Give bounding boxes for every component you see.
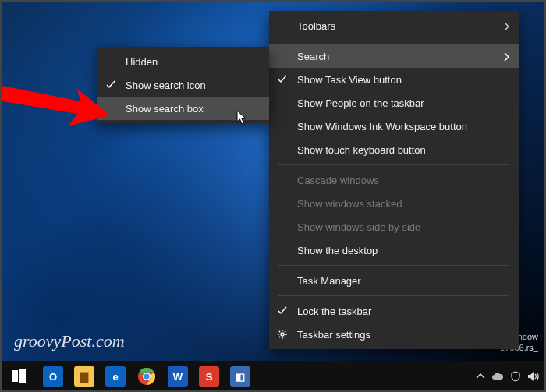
menu-label: Search [297, 51, 329, 62]
submenu-item-hidden[interactable]: Hidden [98, 50, 269, 73]
menu-item-task-manager[interactable]: Task Manager [269, 269, 519, 292]
start-button[interactable] [0, 361, 37, 392]
taskbar-app-explorer[interactable]: ▇ [69, 361, 100, 392]
check-icon [277, 74, 288, 85]
annotation-arrow [2, 78, 112, 140]
menu-item-cascade: Cascade windows [269, 168, 519, 192]
menu-item-taskbar-settings[interactable]: Taskbar settings [269, 323, 519, 346]
tray-defender-icon[interactable] [510, 371, 521, 382]
menu-separator [278, 164, 509, 165]
menu-label: Show People on the taskbar [297, 97, 424, 109]
menu-label: Show the desktop [297, 245, 378, 256]
chevron-right-icon [503, 52, 509, 62]
menu-label: Show search icon [126, 79, 206, 91]
menu-item-side-by-side: Show windows side by side [269, 215, 519, 238]
menu-item-stacked: Show windows stacked [269, 192, 519, 215]
menu-item-show-people[interactable]: Show People on the taskbar [269, 91, 519, 115]
menu-label: Lock the taskbar [297, 305, 371, 317]
menu-item-show-touch-keyboard[interactable]: Show touch keyboard button [269, 138, 519, 161]
svg-point-0 [281, 333, 284, 336]
desktop-background: Window 17686.rs_ Toolbars Search Show Ta… [0, 0, 546, 392]
menu-separator [278, 265, 509, 266]
svg-rect-3 [19, 369, 26, 376]
menu-item-show-ink[interactable]: Show Windows Ink Workspace button [269, 115, 519, 138]
menu-label: Show windows side by side [297, 221, 420, 233]
gear-icon [277, 329, 288, 340]
taskbar-app-snagit[interactable]: S [193, 361, 225, 392]
taskbar-app-word[interactable]: W [162, 361, 193, 392]
menu-label: Show Task View button [297, 74, 402, 86]
tray-volume-icon[interactable] [527, 371, 540, 382]
menu-label: Toolbars [297, 20, 335, 32]
menu-label: Cascade windows [297, 175, 379, 186]
menu-separator [278, 295, 509, 296]
taskbar-app-generic[interactable]: ◧ [225, 361, 256, 392]
svg-point-8 [144, 373, 149, 379]
menu-label: Show windows stacked [297, 198, 402, 210]
svg-rect-4 [12, 376, 18, 382]
menu-item-show-task-view[interactable]: Show Task View button [269, 68, 519, 91]
system-tray[interactable] [470, 371, 546, 382]
menu-label: Show Windows Ink Workspace button [297, 121, 467, 132]
menu-label: Taskbar settings [297, 329, 370, 341]
menu-item-lock-taskbar[interactable]: Lock the taskbar [269, 299, 519, 323]
menu-label: Hidden [126, 56, 158, 68]
menu-label: Show search box [126, 103, 204, 115]
search-submenu: Hidden Show search icon Show search box [98, 47, 269, 123]
menu-label: Show touch keyboard button [297, 144, 426, 156]
svg-rect-2 [12, 370, 18, 376]
submenu-item-show-search-box[interactable]: Show search box [98, 97, 269, 120]
tray-onedrive-icon[interactable] [491, 372, 504, 381]
windows-logo-icon [12, 369, 26, 383]
tray-chevron-up-icon[interactable] [476, 372, 485, 381]
menu-item-show-desktop[interactable]: Show the desktop [269, 238, 519, 262]
watermark-text: groovyPost.com [14, 331, 125, 351]
taskbar-app-outlook[interactable]: O [37, 361, 69, 392]
taskbar-app-chrome[interactable] [131, 361, 162, 392]
taskbar[interactable]: O ▇ e W S ◧ [0, 361, 546, 392]
submenu-item-show-search-icon[interactable]: Show search icon [98, 73, 269, 97]
check-icon [277, 305, 288, 316]
menu-item-search[interactable]: Search [269, 44, 519, 68]
menu-item-toolbars[interactable]: Toolbars [269, 14, 519, 37]
svg-marker-1 [2, 86, 110, 126]
chrome-icon [137, 367, 156, 386]
taskbar-context-menu: Toolbars Search Show Task View button Sh… [269, 11, 519, 349]
menu-label: Task Manager [297, 275, 361, 287]
chevron-right-icon [503, 22, 509, 31]
menu-separator [278, 41, 509, 41]
svg-rect-5 [19, 376, 26, 383]
taskbar-app-edge[interactable]: e [100, 361, 131, 392]
